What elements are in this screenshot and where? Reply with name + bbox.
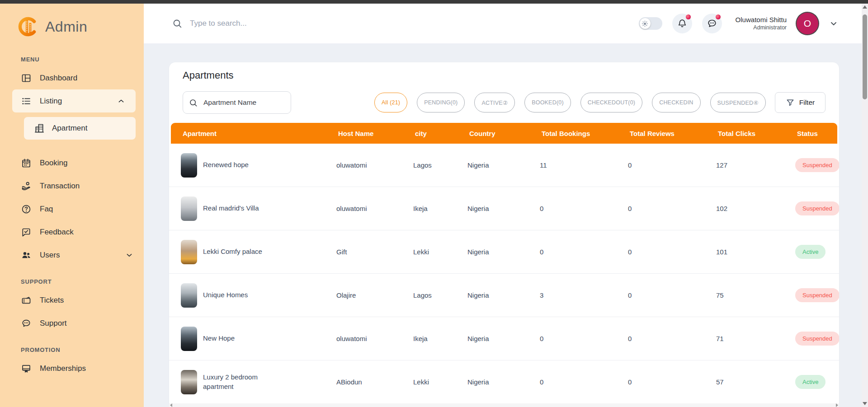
host-name-cell: oluwatomi xyxy=(336,161,413,169)
host-name-cell: ABiodun xyxy=(336,378,413,386)
status-cell: Suspended xyxy=(795,288,839,302)
city-cell: Lagos xyxy=(413,291,467,299)
column-header-city: city xyxy=(415,130,469,137)
filter-button[interactable]: Filter xyxy=(775,92,826,113)
chevron-up-icon[interactable] xyxy=(117,97,126,106)
column-header-total-clicks: Total Clicks xyxy=(718,130,797,137)
table-row[interactable]: Lekki Comfy palaceGiftLekkiNigeria00101A… xyxy=(169,230,839,274)
user-role: Administrator xyxy=(736,24,787,32)
apartment-thumbnail xyxy=(181,240,197,264)
messages-button[interactable] xyxy=(702,14,722,33)
column-header-status: Status xyxy=(797,130,834,137)
sidebar-item-transaction[interactable]: Transaction xyxy=(0,174,144,197)
apartment-icon xyxy=(34,123,45,134)
status-badge: Active xyxy=(795,375,826,389)
filter-pill-checkedin[interactable]: CHECKEDIN xyxy=(652,93,700,112)
sidebar-section-label-support: SUPPORT xyxy=(21,278,144,285)
topbar: Oluwatomi Shittu Administrator O xyxy=(144,4,862,43)
country-cell: Nigeria xyxy=(467,291,540,299)
profile-chevron-down-icon[interactable] xyxy=(828,18,839,29)
notification-badge xyxy=(686,14,691,19)
filter-pill-checkedout-0[interactable]: CHECKEDOUT(0) xyxy=(580,93,642,112)
filter-pill-booked-0[interactable]: BOOKED(0) xyxy=(524,93,571,112)
apartments-card: Apartments All (21)PENDING(0)ACTIVE②BOOK… xyxy=(169,62,839,403)
apartment-search[interactable] xyxy=(183,91,291,114)
theme-toggle[interactable] xyxy=(639,17,662,30)
filter-pill-suspended[interactable]: SUSPENDED④ xyxy=(710,93,766,112)
filter-pill-all-21[interactable]: All (21) xyxy=(374,93,407,112)
apartment-thumbnail xyxy=(181,153,197,178)
status-badge: Active xyxy=(795,245,826,259)
sidebar-item-label: Users xyxy=(40,251,60,260)
status-badge: Suspended xyxy=(795,201,839,215)
sidebar-item-support[interactable]: Support xyxy=(0,312,144,335)
sidebar-item-tickets[interactable]: Tickets xyxy=(0,289,144,312)
table-header: ApartmentHost NamecityCountryTotal Booki… xyxy=(171,123,837,144)
status-badge: Suspended xyxy=(795,332,839,346)
scroll-left-arrow-icon[interactable] xyxy=(170,403,172,407)
status-cell: Suspended xyxy=(795,158,839,172)
apartment-thumbnail xyxy=(181,327,197,351)
sidebar-section-label-promotion: PROMOTION xyxy=(21,346,144,353)
table-row[interactable]: Real madrid's VillaoluwatomiIkejaNigeria… xyxy=(169,187,839,230)
scroll-up-arrow-icon[interactable] xyxy=(863,5,867,9)
filter-pill-active[interactable]: ACTIVE② xyxy=(474,93,515,112)
sidebar-item-label: Transaction xyxy=(40,182,80,191)
apartment-name[interactable]: Lekki Comfy palace xyxy=(203,247,262,256)
page-title: Apartments xyxy=(183,70,839,81)
status-badge: Suspended xyxy=(795,158,839,172)
total-bookings-cell: 0 xyxy=(540,248,628,256)
sidebar-item-dashboard[interactable]: Dashboard xyxy=(0,66,144,89)
city-cell: Lekki xyxy=(413,248,467,256)
table-row[interactable]: Luxury 2 bedroom apartmentABiodunLekkiNi… xyxy=(169,360,839,403)
submenu: Apartment xyxy=(24,117,136,140)
sidebar-item-listing[interactable]: Listing xyxy=(12,89,136,112)
avatar[interactable]: O xyxy=(797,13,818,34)
global-search-input[interactable] xyxy=(190,19,380,28)
chevron-down-icon[interactable] xyxy=(125,251,134,260)
table-row[interactable]: Unique HomesOlajireLagosNigeria3075Suspe… xyxy=(169,274,839,317)
memberships-icon xyxy=(21,363,32,374)
apartment-name[interactable]: New Hope xyxy=(203,334,235,343)
filter-pill-pending-0[interactable]: PENDING(0) xyxy=(417,93,465,112)
global-search[interactable] xyxy=(172,18,639,29)
apartment-name[interactable]: Renewed hope xyxy=(203,160,249,169)
status-cell: Active xyxy=(795,245,835,259)
sidebar-subitem-apartment[interactable]: Apartment xyxy=(24,117,136,140)
vertical-scrollbar-thumb[interactable] xyxy=(863,14,867,99)
transaction-icon xyxy=(21,181,32,192)
horizontal-scrollbar[interactable] xyxy=(169,403,839,407)
filter-button-label: Filter xyxy=(799,98,815,107)
sidebar-item-faq[interactable]: Faq xyxy=(0,197,144,220)
apartment-name[interactable]: Luxury 2 bedroom apartment xyxy=(203,373,266,391)
table-row[interactable]: New HopeoluwatomiIkejaNigeria0071Suspend… xyxy=(169,317,839,360)
apartment-search-input[interactable] xyxy=(203,98,280,107)
vertical-scrollbar[interactable] xyxy=(862,4,868,407)
scroll-down-arrow-icon[interactable] xyxy=(863,402,867,405)
scroll-right-arrow-icon[interactable] xyxy=(836,403,838,407)
country-cell: Nigeria xyxy=(467,335,540,342)
apartment-name[interactable]: Real madrid's Villa xyxy=(203,204,259,213)
status-cell: Active xyxy=(795,375,835,389)
table-row[interactable]: Renewed hopeoluwatomiLagosNigeria110127S… xyxy=(169,144,839,187)
total-bookings-cell: 3 xyxy=(540,291,628,299)
sidebar-item-label: Listing xyxy=(40,97,62,106)
sidebar-item-memberships[interactable]: Memberships xyxy=(0,357,144,380)
main-content: Apartments All (21)PENDING(0)ACTIVE②BOOK… xyxy=(144,43,862,407)
booking-icon xyxy=(21,158,32,168)
sidebar-item-users[interactable]: Users xyxy=(0,243,144,267)
total-clicks-cell: 102 xyxy=(716,205,795,212)
total-reviews-cell: 0 xyxy=(628,205,716,212)
total-bookings-cell: 0 xyxy=(540,335,628,342)
sidebar-item-feedback[interactable]: Feedback xyxy=(0,220,144,243)
theme-toggle-knob[interactable] xyxy=(640,18,651,29)
total-reviews-cell: 0 xyxy=(628,378,716,386)
apartment-cell: Unique Homes xyxy=(181,283,336,308)
column-header-total-reviews: Total Reviews xyxy=(630,130,718,137)
notifications-button[interactable] xyxy=(672,14,692,33)
apartment-cell: New Hope xyxy=(181,327,336,351)
sidebar-item-label: Feedback xyxy=(40,228,74,237)
apartment-name[interactable]: Unique Homes xyxy=(203,290,248,299)
brand[interactable]: Admin xyxy=(0,4,144,38)
sidebar-item-booking[interactable]: Booking xyxy=(0,151,144,174)
